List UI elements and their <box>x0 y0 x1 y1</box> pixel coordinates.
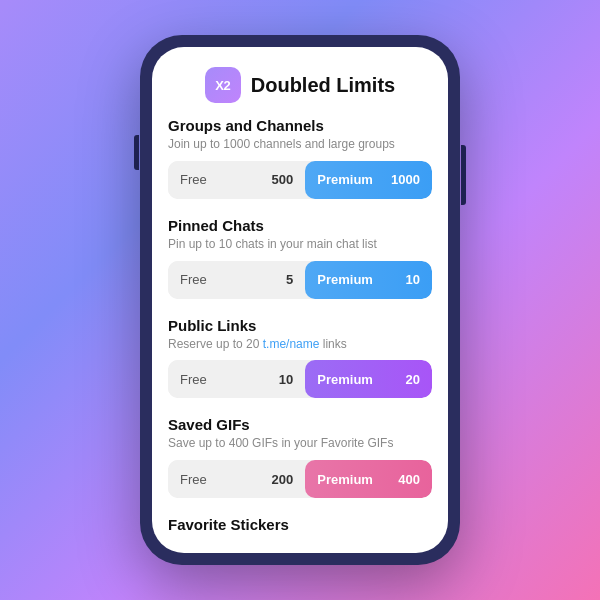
section-title-pinned: Pinned Chats <box>168 217 432 234</box>
section-desc-links: Reserve up to 20 t.me/name links <box>168 336 432 353</box>
free-label-gifs: Free <box>180 472 207 487</box>
limit-bar-gifs: Free 200 Premium 400 <box>168 460 432 498</box>
free-tier-links: Free 10 <box>168 360 305 398</box>
section-pinned-chats: Pinned Chats Pin up to 10 chats in your … <box>168 217 432 299</box>
premium-label-groups: Premium <box>317 172 373 187</box>
section-title-stickers: Favorite Stickers <box>168 516 432 533</box>
section-saved-gifs: Saved GIFs Save up to 400 GIFs in your F… <box>168 416 432 498</box>
free-value-links: 10 <box>279 372 293 387</box>
free-value-pinned: 5 <box>286 272 293 287</box>
premium-value-links: 20 <box>406 372 420 387</box>
page-header: X2 Doubled Limits <box>152 47 448 117</box>
page-title: Doubled Limits <box>251 74 395 97</box>
premium-value-pinned: 10 <box>406 272 420 287</box>
content-area[interactable]: Groups and Channels Join up to 1000 chan… <box>152 117 448 553</box>
section-title-links: Public Links <box>168 317 432 334</box>
limit-bar-links: Free 10 Premium 20 <box>168 360 432 398</box>
x2-badge: X2 <box>205 67 241 103</box>
premium-tier-gifs: Premium 400 <box>305 460 432 498</box>
free-tier-groups: Free 500 <box>168 161 305 199</box>
phone-frame: X2 Doubled Limits Groups and Channels Jo… <box>140 35 460 565</box>
section-public-links: Public Links Reserve up to 20 t.me/name … <box>168 317 432 399</box>
section-title-groups: Groups and Channels <box>168 117 432 134</box>
premium-label-gifs: Premium <box>317 472 373 487</box>
limit-bar-pinned: Free 5 Premium 10 <box>168 261 432 299</box>
section-title-gifs: Saved GIFs <box>168 416 432 433</box>
section-groups-channels: Groups and Channels Join up to 1000 chan… <box>168 117 432 199</box>
premium-tier-groups: Premium 1000 <box>305 161 432 199</box>
phone-screen: X2 Doubled Limits Groups and Channels Jo… <box>152 47 448 553</box>
free-tier-pinned: Free 5 <box>168 261 305 299</box>
section-desc-pinned: Pin up to 10 chats in your main chat lis… <box>168 236 432 253</box>
free-tier-gifs: Free 200 <box>168 460 305 498</box>
free-label-groups: Free <box>180 172 207 187</box>
premium-tier-links: Premium 20 <box>305 360 432 398</box>
section-desc-gifs: Save up to 400 GIFs in your Favorite GIF… <box>168 435 432 452</box>
free-label-pinned: Free <box>180 272 207 287</box>
free-value-groups: 500 <box>272 172 294 187</box>
section-favorite-stickers: Favorite Stickers <box>168 516 432 533</box>
premium-label-links: Premium <box>317 372 373 387</box>
premium-value-groups: 1000 <box>391 172 420 187</box>
free-value-gifs: 200 <box>272 472 294 487</box>
premium-tier-pinned: Premium 10 <box>305 261 432 299</box>
tme-link[interactable]: t.me/name <box>263 337 320 351</box>
premium-value-gifs: 400 <box>398 472 420 487</box>
premium-label-pinned: Premium <box>317 272 373 287</box>
limit-bar-groups: Free 500 Premium 1000 <box>168 161 432 199</box>
section-desc-groups: Join up to 1000 channels and large group… <box>168 136 432 153</box>
free-label-links: Free <box>180 372 207 387</box>
